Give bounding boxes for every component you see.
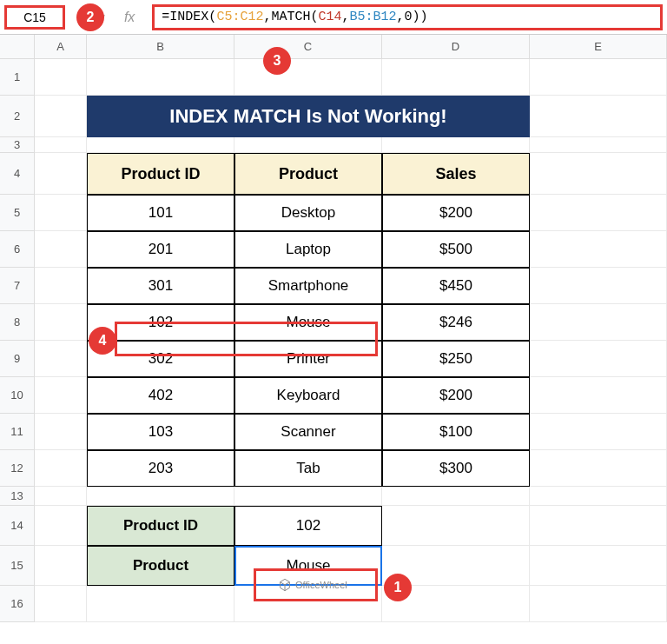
formula-input[interactable]: =INDEX(C5:C12,MATCH(C14,B5:B12,0)) — [152, 4, 663, 30]
cell-d10[interactable]: $200 — [382, 377, 530, 414]
watermark: OfficeWheel — [278, 578, 347, 592]
cell-a4[interactable] — [35, 153, 87, 195]
lookup-value-id[interactable]: 102 — [234, 506, 382, 546]
cell-d12[interactable]: $300 — [382, 450, 530, 487]
row-header-13[interactable]: 13 — [0, 487, 35, 506]
row-header-4[interactable]: 4 — [0, 153, 35, 195]
title-banner[interactable]: INDEX MATCH Is Not Working! — [87, 96, 530, 137]
cell-d7[interactable]: $450 — [382, 268, 530, 304]
cell-e9[interactable] — [530, 341, 667, 377]
cell-e5[interactable] — [530, 195, 667, 231]
cell-a8[interactable] — [35, 304, 87, 341]
cell-a2[interactable] — [35, 96, 87, 137]
cell-a10[interactable] — [35, 377, 87, 414]
cell-c6[interactable]: Laptop — [234, 231, 382, 268]
row-header-1[interactable]: 1 — [0, 59, 35, 96]
row-header-16[interactable]: 16 — [0, 586, 35, 622]
cell-a5[interactable] — [35, 195, 87, 231]
row-header-11[interactable]: 11 — [0, 414, 35, 450]
col-header-a[interactable]: A — [35, 35, 87, 59]
cell-c5[interactable]: Desktop — [234, 195, 382, 231]
select-all-cell[interactable] — [0, 35, 35, 59]
col-header-d[interactable]: D — [382, 35, 530, 59]
col-header-b[interactable]: B — [87, 35, 234, 59]
cell-b3[interactable] — [87, 137, 234, 153]
lookup-label-id[interactable]: Product ID — [87, 506, 234, 546]
cell-d5[interactable]: $200 — [382, 195, 530, 231]
cell-e11[interactable] — [530, 414, 667, 450]
cell-a14[interactable] — [35, 506, 87, 546]
cell-a6[interactable] — [35, 231, 87, 268]
row-header-9[interactable]: 9 — [0, 341, 35, 377]
cell-e6[interactable] — [530, 231, 667, 268]
row-header-6[interactable]: 6 — [0, 231, 35, 268]
cell-b1[interactable] — [87, 59, 234, 96]
cell-e15[interactable] — [530, 546, 667, 586]
cell-b13[interactable] — [87, 487, 234, 506]
cell-d8[interactable]: $246 — [382, 304, 530, 341]
cell-a12[interactable] — [35, 450, 87, 487]
header-sales[interactable]: Sales — [382, 153, 530, 195]
cell-c3[interactable] — [234, 137, 382, 153]
cell-a11[interactable] — [35, 414, 87, 450]
row-header-5[interactable]: 5 — [0, 195, 35, 231]
cell-d3[interactable] — [382, 137, 530, 153]
cell-b7[interactable]: 301 — [87, 268, 234, 304]
cell-e4[interactable] — [530, 153, 667, 195]
cell-e7[interactable] — [530, 268, 667, 304]
cell-c7[interactable]: Smartphone — [234, 268, 382, 304]
cell-d11[interactable]: $100 — [382, 414, 530, 450]
cell-b6[interactable]: 201 — [87, 231, 234, 268]
watermark-text: OfficeWheel — [295, 580, 347, 590]
cell-d13[interactable] — [382, 487, 530, 506]
row-header-7[interactable]: 7 — [0, 268, 35, 304]
cell-c11[interactable]: Scanner — [234, 414, 382, 450]
col-header-e[interactable]: E — [530, 35, 667, 59]
formula-range-1: C5:C12 — [216, 10, 263, 24]
header-product[interactable]: Product — [234, 153, 382, 195]
row-header-8[interactable]: 8 — [0, 304, 35, 341]
cell-c8[interactable]: Mouse — [234, 304, 382, 341]
cell-e16[interactable] — [530, 586, 667, 622]
cell-e14[interactable] — [530, 506, 667, 546]
row-header-12[interactable]: 12 — [0, 450, 35, 487]
cell-e8[interactable] — [530, 304, 667, 341]
cell-a9[interactable] — [35, 341, 87, 377]
cell-c9[interactable]: Printer — [234, 341, 382, 377]
col-header-c[interactable]: C — [234, 35, 382, 59]
cell-a3[interactable] — [35, 137, 87, 153]
row-header-14[interactable]: 14 — [0, 506, 35, 546]
cell-e12[interactable] — [530, 450, 667, 487]
cell-b12[interactable]: 203 — [87, 450, 234, 487]
cell-b5[interactable]: 101 — [87, 195, 234, 231]
cell-b11[interactable]: 103 — [87, 414, 234, 450]
row-header-3[interactable]: 3 — [0, 137, 35, 153]
formula-range-2: C14 — [318, 10, 341, 24]
cell-d14[interactable] — [382, 506, 530, 546]
cell-c13[interactable] — [234, 487, 382, 506]
cell-e13[interactable] — [530, 487, 667, 506]
cell-b16[interactable] — [87, 586, 234, 622]
row-header-15[interactable]: 15 — [0, 546, 35, 586]
cell-c1[interactable] — [234, 59, 382, 96]
row-header-10[interactable]: 10 — [0, 377, 35, 414]
cell-d1[interactable] — [382, 59, 530, 96]
cell-a1[interactable] — [35, 59, 87, 96]
row-header-2[interactable]: 2 — [0, 96, 35, 137]
cell-d6[interactable]: $500 — [382, 231, 530, 268]
cell-c12[interactable]: Tab — [234, 450, 382, 487]
cell-a15[interactable] — [35, 546, 87, 586]
header-product-id[interactable]: Product ID — [87, 153, 234, 195]
name-box[interactable]: C15 — [4, 5, 65, 30]
cell-c10[interactable]: Keyboard — [234, 377, 382, 414]
lookup-label-product[interactable]: Product — [87, 546, 234, 586]
cell-e1[interactable] — [530, 59, 667, 96]
cell-b10[interactable]: 402 — [87, 377, 234, 414]
cell-e3[interactable] — [530, 137, 667, 153]
cell-a13[interactable] — [35, 487, 87, 506]
cell-a7[interactable] — [35, 268, 87, 304]
cell-a16[interactable] — [35, 586, 87, 622]
cell-d9[interactable]: $250 — [382, 341, 530, 377]
cell-e10[interactable] — [530, 377, 667, 414]
cell-e2[interactable] — [530, 96, 667, 137]
